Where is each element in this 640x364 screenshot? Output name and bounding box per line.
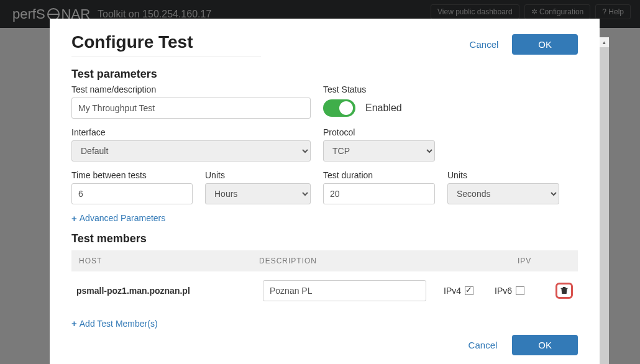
- modal-scrollbar[interactable]: ▴: [600, 37, 609, 364]
- scroll-up-icon: ▴: [600, 37, 609, 47]
- table-row: psmall-poz1.man.poznan.pl IPv4 IPv6: [71, 271, 578, 310]
- plus-icon: +: [71, 214, 77, 223]
- interface-select[interactable]: Default: [71, 140, 311, 162]
- toggle-knob: [339, 101, 353, 115]
- test-members-heading: Test members: [71, 232, 578, 245]
- cancel-link-top[interactable]: Cancel: [470, 39, 499, 50]
- modal-bottom-actions: Cancel OK: [469, 335, 578, 355]
- member-host: psmall-poz1.man.poznan.pl: [76, 286, 257, 296]
- modal-scroll-frame: Configure Test Cancel OK Test parameters…: [0, 19, 640, 364]
- ok-button-bottom[interactable]: OK: [512, 335, 578, 355]
- modal-title: Configure Test: [71, 32, 261, 57]
- plus-icon: +: [71, 319, 77, 328]
- protocol-label: Protocol: [323, 127, 435, 137]
- th-description: DESCRIPTION: [259, 257, 518, 265]
- add-members-label: Add Test Member(s): [80, 319, 158, 329]
- test-status-label: Test Status: [323, 84, 578, 94]
- th-ipv: IPV: [518, 257, 570, 265]
- modal-overlay: Configure Test Cancel OK Test parameters…: [0, 0, 640, 364]
- ipv4-label: IPv4: [444, 286, 461, 296]
- cancel-link-bottom[interactable]: Cancel: [469, 340, 498, 350]
- add-test-members-link[interactable]: + Add Test Member(s): [71, 319, 158, 329]
- ok-button-top[interactable]: OK: [512, 34, 578, 55]
- members-table-header: HOST DESCRIPTION IPV: [71, 250, 578, 271]
- test-duration-label: Test duration: [323, 170, 435, 180]
- test-name-input[interactable]: [71, 98, 311, 119]
- modal-top-actions: Cancel OK: [470, 34, 578, 55]
- units1-label: Units: [205, 170, 311, 180]
- protocol-select[interactable]: TCP: [323, 140, 435, 162]
- trash-icon: [560, 286, 568, 294]
- th-host: HOST: [79, 257, 259, 265]
- units2-label: Units: [447, 170, 559, 180]
- scroll-thumb[interactable]: [600, 47, 609, 364]
- test-status-value: Enabled: [365, 102, 402, 114]
- units2-select[interactable]: Seconds: [447, 183, 559, 204]
- advanced-label: Advanced Parameters: [80, 213, 166, 223]
- units1-select[interactable]: Hours: [205, 183, 311, 204]
- advanced-parameters-link[interactable]: + Advanced Parameters: [71, 213, 165, 223]
- ipv6-checkbox[interactable]: [516, 286, 524, 295]
- configure-test-modal: Configure Test Cancel OK Test parameters…: [50, 19, 600, 364]
- interface-label: Interface: [71, 127, 311, 137]
- test-name-label: Test name/description: [71, 84, 311, 94]
- time-between-input[interactable]: [71, 183, 193, 204]
- time-between-label: Time between tests: [71, 170, 193, 180]
- test-duration-input[interactable]: [323, 183, 435, 204]
- test-status-toggle[interactable]: [323, 99, 355, 117]
- test-parameters-heading: Test parameters: [71, 68, 578, 81]
- ipv6-label: IPv6: [495, 286, 512, 296]
- member-description-input[interactable]: [263, 280, 426, 301]
- delete-member-button[interactable]: [555, 283, 573, 299]
- ipv4-checkbox[interactable]: [465, 286, 473, 295]
